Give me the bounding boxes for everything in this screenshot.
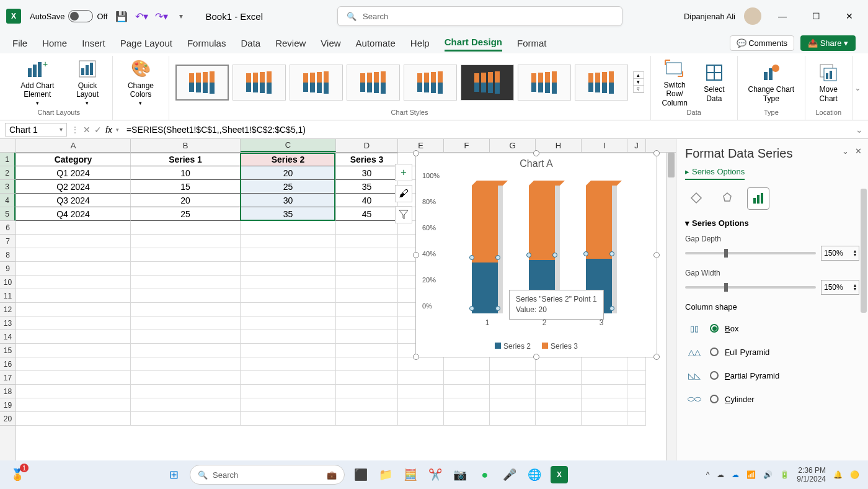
row-header-18[interactable]: 18: [0, 385, 16, 398]
cell-A20[interactable]: [16, 412, 131, 426]
series-options-tab-icon[interactable]: [747, 187, 769, 210]
change-colors-button[interactable]: 🎨 Change Colors▾: [119, 56, 162, 109]
minimize-button[interactable]: —: [770, 7, 795, 25]
cell-G17[interactable]: [490, 371, 536, 385]
column-header-F[interactable]: F: [444, 139, 490, 152]
enter-formula-icon[interactable]: ✓: [94, 125, 102, 135]
cell-G19[interactable]: [490, 398, 536, 412]
camera-icon[interactable]: 📷: [451, 466, 469, 483]
taskbar-search[interactable]: 🔍Search💼: [190, 465, 345, 485]
column-header-J[interactable]: J: [627, 139, 646, 152]
cell-C8[interactable]: [241, 248, 336, 262]
cell-D18[interactable]: [336, 385, 398, 398]
column-shape-option-full-pyramid[interactable]: △△Full Pyramid: [685, 340, 859, 364]
change-chart-type-button[interactable]: Change Chart Type: [744, 60, 799, 104]
cell-A13[interactable]: [16, 316, 131, 330]
cell-D9[interactable]: [336, 262, 398, 276]
cell-C14[interactable]: [241, 330, 336, 344]
cell-D15[interactable]: [336, 344, 398, 357]
ribbon-collapse-button[interactable]: ⌄: [852, 56, 863, 120]
taskbar-app-icon[interactable]: 🏅1: [9, 466, 26, 483]
gallery-scroll[interactable]: ▴▾▿: [633, 71, 644, 93]
cell-C16[interactable]: [241, 357, 336, 371]
cell-J19[interactable]: [627, 398, 646, 412]
fx-icon[interactable]: fx: [105, 125, 112, 135]
cell-B14[interactable]: [131, 330, 241, 344]
redo-icon[interactable]: ↷▾: [156, 11, 167, 22]
cell-A11[interactable]: [16, 289, 131, 303]
tray-chevron-icon[interactable]: ^: [706, 470, 710, 479]
spreadsheet-grid[interactable]: ABCDEFGHIJ 12345678910111213141516171819…: [0, 139, 676, 468]
cell-B17[interactable]: [131, 371, 241, 385]
column-header-I[interactable]: I: [582, 139, 627, 152]
cell-C1[interactable]: Series 2: [241, 153, 336, 166]
cell-I20[interactable]: [582, 412, 627, 426]
column-shape-option-partial-pyramid[interactable]: ◺◺Partial Pyramid: [685, 364, 859, 387]
cell-J17[interactable]: [627, 371, 646, 385]
cell-D12[interactable]: [336, 303, 398, 316]
file-explorer-icon[interactable]: 📁: [377, 466, 394, 483]
excel-app-icon[interactable]: X: [6, 9, 21, 24]
share-button[interactable]: 📤 Share ▾: [800, 35, 856, 51]
cell-B5[interactable]: 25: [131, 207, 241, 221]
cell-D6[interactable]: [336, 221, 398, 235]
onedrive-icon[interactable]: ☁: [717, 470, 724, 479]
chart-style-5[interactable]: [404, 65, 457, 101]
cell-A16[interactable]: [16, 357, 131, 371]
chart-style-2[interactable]: [232, 65, 286, 101]
cell-D14[interactable]: [336, 330, 398, 344]
ribbon-tab-page-layout[interactable]: Page Layout: [120, 35, 172, 51]
column-shape-option-box[interactable]: ▯▯Box: [685, 316, 859, 340]
radio-button[interactable]: [710, 371, 719, 380]
cell-C20[interactable]: [241, 412, 336, 426]
cell-B8[interactable]: [131, 248, 241, 262]
ribbon-tab-chart-design[interactable]: Chart Design: [445, 34, 502, 52]
cell-C12[interactable]: [241, 303, 336, 316]
cell-G20[interactable]: [490, 412, 536, 426]
gap-depth-slider[interactable]: [685, 252, 816, 254]
cancel-formula-icon[interactable]: ✕: [83, 125, 91, 135]
cell-F19[interactable]: [444, 398, 490, 412]
row-header-20[interactable]: 20: [0, 412, 16, 426]
cell-F20[interactable]: [444, 412, 490, 426]
column-shape-option-cylinder[interactable]: ⬭⬭Cylinder: [685, 387, 859, 411]
column-header-B[interactable]: B: [131, 139, 241, 152]
ribbon-tab-home[interactable]: Home: [42, 35, 67, 51]
cell-C13[interactable]: [241, 316, 336, 330]
embedded-chart[interactable]: Chart A 0%20%40%60%80%100%123 Series "Se…: [415, 153, 657, 357]
cell-G18[interactable]: [490, 385, 536, 398]
cell-D13[interactable]: [336, 316, 398, 330]
close-button[interactable]: ✕: [837, 7, 862, 25]
mic-icon[interactable]: 🎤: [501, 466, 518, 483]
radio-button[interactable]: [710, 348, 719, 356]
cell-A5[interactable]: Q4 2024: [16, 207, 131, 221]
series-options-dropdown[interactable]: ▸Series Options: [685, 167, 745, 180]
add-chart-element-button[interactable]: + Add Chart Element▾: [11, 56, 64, 109]
cell-C11[interactable]: [241, 289, 336, 303]
copilot-icon[interactable]: 🟡: [850, 470, 859, 479]
cell-H20[interactable]: [536, 412, 582, 426]
wifi-icon[interactable]: 📶: [746, 470, 756, 479]
row-header-19[interactable]: 19: [0, 398, 16, 412]
column-header-A[interactable]: A: [16, 139, 131, 152]
qat-customize-icon[interactable]: ▾: [175, 11, 187, 22]
cell-A2[interactable]: Q1 2024: [16, 166, 131, 180]
cell-B4[interactable]: 20: [131, 194, 241, 207]
row-header-12[interactable]: 12: [0, 303, 16, 316]
formula-bar-expand-icon[interactable]: ⌄: [856, 125, 863, 135]
cell-C3[interactable]: 25: [241, 180, 336, 194]
cell-A18[interactable]: [16, 385, 131, 398]
cell-C19[interactable]: [241, 398, 336, 412]
chart-styles-gallery[interactable]: [175, 65, 628, 101]
volume-icon[interactable]: 🔊: [763, 470, 773, 479]
cell-B1[interactable]: Series 1: [131, 153, 241, 166]
maximize-button[interactable]: ☐: [804, 7, 828, 25]
vertical-scrollbar[interactable]: [666, 153, 676, 468]
cell-A12[interactable]: [16, 303, 131, 316]
save-icon[interactable]: 💾: [116, 11, 127, 22]
cell-G16[interactable]: [490, 357, 536, 371]
cell-C5[interactable]: 35: [241, 207, 336, 221]
select-data-button[interactable]: Select Data: [698, 60, 731, 104]
row-header-9[interactable]: 9: [0, 262, 16, 276]
excel-taskbar-icon[interactable]: X: [551, 466, 568, 483]
